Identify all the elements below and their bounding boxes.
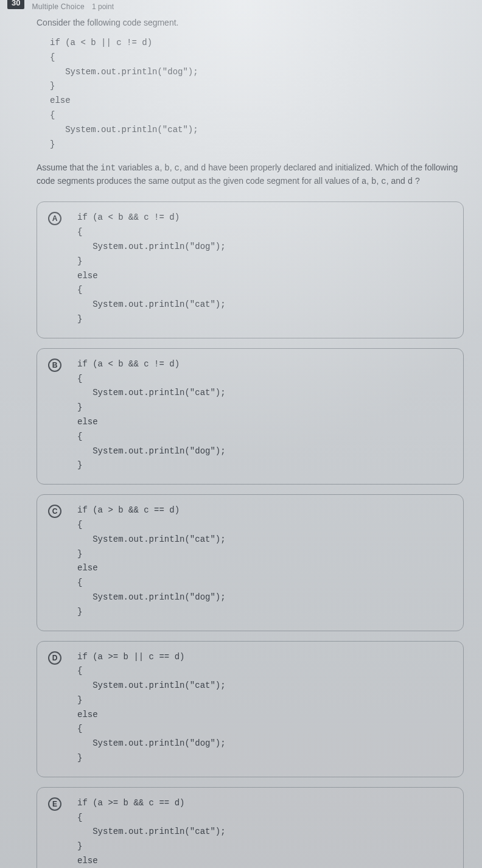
answer-option-e[interactable]: E if (a >= b && c == d) { System.out.pri… [37, 787, 464, 868]
prompt-text: , and [386, 176, 408, 186]
answer-option-b[interactable]: B if (a < b && c != d) { System.out.prin… [37, 348, 464, 485]
prompt-mono: int [100, 163, 116, 173]
question-page: 30 Multiple Choice 1 point Consider the … [0, 0, 482, 868]
prompt-text: ? [413, 176, 420, 186]
option-code: if (a >= b && c == d) { System.out.print… [77, 796, 226, 868]
prompt-text: , and [180, 163, 201, 172]
question-type-label: Multiple Choice [32, 2, 85, 11]
option-code: if (a > b && c == d) { System.out.printl… [77, 503, 226, 619]
prompt-text: , [366, 176, 371, 186]
option-marker: B [48, 359, 61, 372]
option-marker: D [48, 651, 61, 665]
question-header: 30 Multiple Choice 1 point [7, 0, 464, 13]
prompt-mono: b [164, 163, 169, 173]
option-code: if (a < b && c != d) { System.out.printl… [77, 211, 226, 326]
prompt-mono: a [155, 163, 159, 173]
answer-option-d[interactable]: D if (a >= b || c == d) { System.out.pri… [37, 641, 464, 777]
prompt-text: Assume that the [37, 163, 100, 172]
prompt-mono: c [381, 177, 386, 186]
prompt-question: Assume that the int variables a, b, c, a… [37, 161, 464, 188]
prompt-intro: Consider the following code segment. [37, 18, 464, 27]
option-marker: C [48, 505, 61, 518]
prompt-mono: c [174, 163, 179, 173]
option-marker: E [48, 797, 61, 811]
prompt-text: variables [116, 163, 155, 172]
answer-option-a[interactable]: A if (a < b && c != d) { System.out.prin… [37, 201, 464, 338]
option-code: if (a < b && c != d) { System.out.printl… [77, 357, 226, 473]
option-marker: A [48, 212, 61, 225]
option-code: if (a >= b || c == d) { System.out.print… [77, 650, 226, 766]
answer-option-c[interactable]: C if (a > b && c == d) { System.out.prin… [37, 494, 464, 631]
given-code-block: if (a < b || c != d) { System.out.printl… [50, 36, 464, 152]
question-points-label: 1 point [92, 2, 114, 11]
question-number-badge: 30 [7, 0, 24, 9]
prompt-mono: d [408, 177, 413, 186]
